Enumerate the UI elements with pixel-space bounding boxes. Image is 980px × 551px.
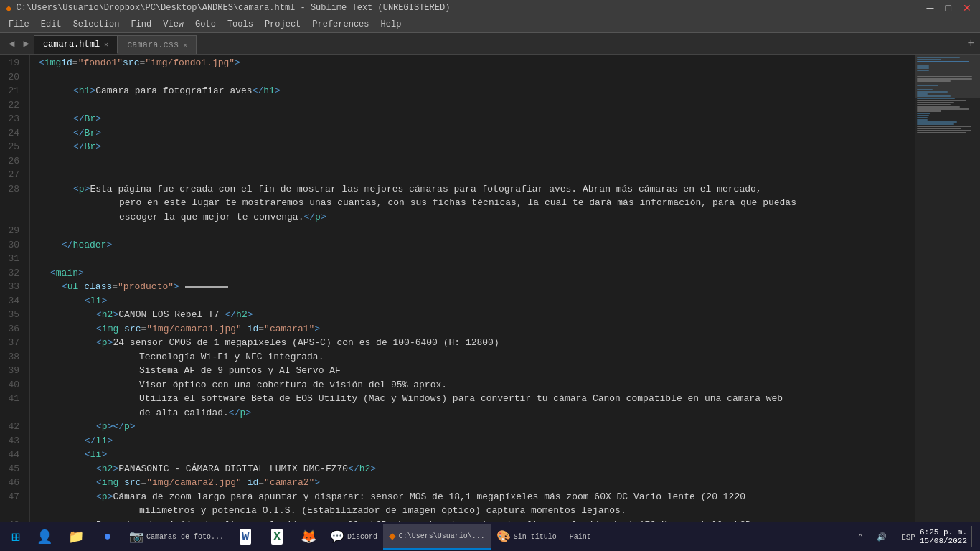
start-button[interactable]: ⊞ <box>3 524 29 550</box>
code-line-34: <li> <box>39 294 915 309</box>
tab-nav-left[interactable]: ◀ <box>4 34 19 52</box>
tab-label-1: camara.html <box>43 39 100 50</box>
title-text: C:\Users\Usuario\Dropbox\PC\Desktop\ANDR… <box>16 3 450 13</box>
ln-33: 33 <box>0 280 24 294</box>
ln-44: 44 <box>0 448 24 462</box>
menu-edit[interactable]: Edit <box>35 18 67 31</box>
code-line-26 <box>39 154 915 169</box>
taskbar-sublime[interactable]: ◆ C:\Users\Usuario\... <box>383 524 491 550</box>
ln-28b <box>0 196 24 210</box>
new-tab-button[interactable]: + <box>961 34 980 53</box>
code-line-28a: <p>Esta página fue creada con el fin de … <box>39 182 915 197</box>
menu-file[interactable]: File <box>3 18 35 31</box>
taskbar-firefox[interactable]: 🦊 <box>293 524 324 550</box>
ln-35: 35 <box>0 308 24 322</box>
title-bar-controls: ─ □ ✕ <box>924 2 974 14</box>
ln-19: 19 <box>0 56 24 70</box>
menu-bar: File Edit Selection Find View Goto Tools… <box>0 16 980 33</box>
taskbar-clock[interactable]: 6:25 p. m. 15/08/2022 <box>920 528 967 545</box>
code-line-27 <box>39 168 915 182</box>
ln-41a: 41 <box>0 392 24 406</box>
code-area[interactable]: <img id="fondo1" src="img/fondo1.jpg"> <… <box>30 55 915 534</box>
menu-find[interactable]: Find <box>125 18 157 31</box>
menu-goto[interactable]: Goto <box>189 18 222 31</box>
code-line-22 <box>39 98 915 113</box>
code-line-44: <li> <box>39 448 915 462</box>
taskbar-sublime-icon: ◆ <box>389 529 396 543</box>
code-line-46: <img src="img/camara2.jpg" id="camara2"> <box>39 476 915 490</box>
taskbar-paint[interactable]: 🎨 Sin título - Paint <box>491 524 597 550</box>
taskbar-explorer-icon: 📁 <box>68 529 84 545</box>
ln-43: 43 <box>0 434 24 448</box>
ln-24: 24 <box>0 126 24 141</box>
menu-tools[interactable]: Tools <box>222 18 259 31</box>
code-line-39: Sistema AF de 9 puntos y AI Servo AF <box>39 364 915 378</box>
taskbar-paint-icon: 🎨 <box>496 529 511 544</box>
code-line-32: <main> <box>39 266 915 281</box>
code-line-33: <ul class="producto"> <box>39 280 915 294</box>
taskbar-discord-icon: 💬 <box>330 529 344 544</box>
ln-47a: 47 <box>0 490 24 504</box>
taskbar-chrome[interactable]: ● <box>92 524 123 550</box>
ln-27: 27 <box>0 168 24 182</box>
taskbar-camaras-icon: 📷 <box>129 529 143 544</box>
taskbar-time: 6:25 p. m. <box>920 528 967 537</box>
code-line-38: Tecnología Wi-Fi y NFC integrada. <box>39 350 915 364</box>
ln-31: 31 <box>0 252 24 266</box>
tab-camara-css[interactable]: camara.css ✕ <box>118 35 197 54</box>
taskbar-explorer[interactable]: 📁 <box>60 524 92 550</box>
code-line-24: </Br> <box>39 126 915 141</box>
editor: 19 20 21 22 23 24 25 26 27 28 29 30 31 3… <box>0 55 980 534</box>
minimap-content <box>915 55 980 136</box>
menu-view[interactable]: View <box>157 18 189 31</box>
code-line-35: <h2>CANON EOS Rebel T7 </h2> <box>39 308 915 322</box>
menu-preferences[interactable]: Preferences <box>306 18 374 31</box>
code-line-29 <box>39 224 915 238</box>
ln-26: 26 <box>0 154 24 169</box>
taskbar-show-desktop[interactable] <box>971 526 974 547</box>
code-line-31 <box>39 252 915 266</box>
taskbar-camaras[interactable]: 📷 Camaras de foto... <box>123 524 230 550</box>
taskbar-date: 15/08/2022 <box>920 537 967 545</box>
code-line-42: <p></p> <box>39 420 915 434</box>
minimize-button[interactable]: ─ <box>924 2 937 14</box>
ln-34: 34 <box>0 294 24 309</box>
code-line-41b: de alta calidad.</p> <box>39 406 915 420</box>
menu-project[interactable]: Project <box>259 18 306 31</box>
ln-41b <box>0 406 24 420</box>
ln-47b <box>0 504 24 518</box>
ln-36: 36 <box>0 322 24 336</box>
ln-22: 22 <box>0 98 24 113</box>
ln-20: 20 <box>0 70 24 85</box>
title-bar: ◆ C:\Users\Usuario\Dropbox\PC\Desktop\AN… <box>0 0 980 16</box>
ln-23: 23 <box>0 112 24 126</box>
minimap <box>915 55 980 534</box>
menu-selection[interactable]: Selection <box>67 18 126 31</box>
code-line-43: </li> <box>39 434 915 448</box>
ln-28a: 28 <box>0 182 24 197</box>
code-line-41a: Utiliza el software Beta de EOS Utility … <box>39 392 915 406</box>
tab-close-2[interactable]: ✕ <box>183 41 187 50</box>
ln-37: 37 <box>0 336 24 350</box>
taskbar-andres[interactable]: 👤 <box>29 524 60 550</box>
menu-help[interactable]: Help <box>375 18 407 31</box>
tab-nav-right[interactable]: ▶ <box>19 34 33 52</box>
ln-40: 40 <box>0 378 24 392</box>
close-button[interactable]: ✕ <box>960 2 974 14</box>
taskbar-andres-icon: 👤 <box>37 529 52 545</box>
code-line-19: <img id="fondo1" src="img/fondo1.jpg"> <box>39 56 915 70</box>
taskbar-right: ⌃ 🔊 ESP 6:25 p. m. 15/08/2022 <box>858 526 977 547</box>
line-numbers: 19 20 21 22 23 24 25 26 27 28 29 30 31 3… <box>0 55 30 534</box>
maximize-button[interactable]: □ <box>943 2 954 14</box>
ln-25: 25 <box>0 140 24 154</box>
taskbar-discord[interactable]: 💬 Discord <box>324 524 383 550</box>
ln-38: 38 <box>0 350 24 364</box>
code-line-21: <h1>Camara para fotografiar aves</h1> <box>39 84 915 98</box>
tab-camara-html[interactable]: camara.html ✕ <box>34 35 118 54</box>
code-line-30: </header> <box>39 238 915 253</box>
taskbar-word[interactable]: W <box>230 524 261 550</box>
tab-close-1[interactable]: ✕ <box>104 40 108 49</box>
taskbar-excel[interactable]: X <box>261 524 293 550</box>
taskbar-discord-label: Discord <box>347 533 377 541</box>
ln-29: 29 <box>0 224 24 238</box>
